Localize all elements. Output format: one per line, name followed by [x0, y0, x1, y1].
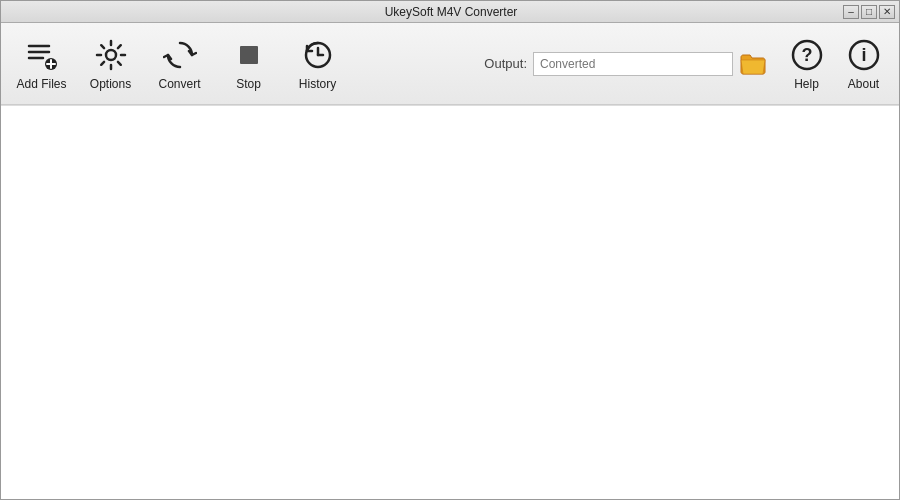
about-label: About	[848, 77, 879, 91]
stop-icon	[231, 37, 267, 73]
title-bar: UkeySoft M4V Converter – □ ✕	[1, 1, 899, 23]
about-icon: i	[846, 37, 882, 73]
history-button[interactable]: History	[285, 29, 350, 99]
convert-button[interactable]: Convert	[147, 29, 212, 99]
stop-button[interactable]: Stop	[216, 29, 281, 99]
window-title: UkeySoft M4V Converter	[59, 5, 843, 19]
output-area: Output:	[484, 52, 767, 76]
content-area	[1, 105, 899, 499]
window-controls: – □ ✕	[843, 5, 895, 19]
browse-folder-button[interactable]	[739, 52, 767, 76]
folder-icon	[739, 52, 767, 76]
help-icon: ?	[789, 37, 825, 73]
stop-label: Stop	[236, 77, 261, 91]
options-icon	[93, 37, 129, 73]
main-window: UkeySoft M4V Converter – □ ✕	[0, 0, 900, 500]
help-about-area: ? Help i About	[779, 29, 891, 99]
help-label: Help	[794, 77, 819, 91]
add-files-icon	[24, 37, 60, 73]
about-button[interactable]: i About	[836, 29, 891, 99]
add-files-button[interactable]: Add Files	[9, 29, 74, 99]
svg-point-6	[106, 50, 116, 60]
maximize-button[interactable]: □	[861, 5, 877, 19]
toolbar: Add Files Options	[1, 23, 899, 105]
options-button[interactable]: Options	[78, 29, 143, 99]
svg-rect-7	[240, 46, 258, 64]
history-icon	[300, 37, 336, 73]
output-label: Output:	[484, 56, 527, 71]
minimize-button[interactable]: –	[843, 5, 859, 19]
svg-text:i: i	[861, 45, 866, 65]
close-button[interactable]: ✕	[879, 5, 895, 19]
convert-icon	[162, 37, 198, 73]
help-button[interactable]: ? Help	[779, 29, 834, 99]
add-files-label: Add Files	[16, 77, 66, 91]
options-label: Options	[90, 77, 131, 91]
output-input[interactable]	[533, 52, 733, 76]
convert-label: Convert	[158, 77, 200, 91]
svg-text:?: ?	[801, 45, 812, 65]
history-label: History	[299, 77, 336, 91]
